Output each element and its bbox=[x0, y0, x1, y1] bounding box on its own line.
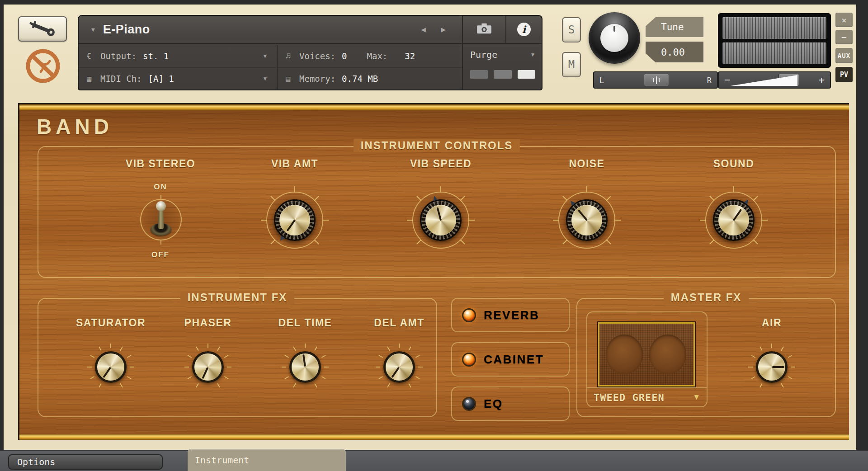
instrument-panel: BAND INSTRUMENT CONTROLS VIB STEREO ON O… bbox=[18, 103, 849, 440]
phaser-knob[interactable] bbox=[184, 344, 231, 391]
del-amt-label: DEL AMT bbox=[345, 317, 453, 329]
pan-slider[interactable]: L R bbox=[593, 71, 718, 89]
voices-icon: ♬ bbox=[286, 52, 299, 61]
output-label: Output: bbox=[100, 51, 137, 61]
del-time-control: DEL TIME bbox=[251, 317, 359, 391]
options-button[interactable]: Options bbox=[8, 454, 163, 470]
tune-knob-cap bbox=[600, 24, 628, 52]
voices-value: 0 bbox=[342, 51, 347, 61]
cabinet-type-dropdown[interactable]: TWEED GREEN ▼ bbox=[587, 387, 707, 406]
tab-instrument[interactable]: Instrument bbox=[188, 449, 346, 471]
instrument-tab-label: Instrument bbox=[195, 455, 249, 466]
volume-slider[interactable]: − + bbox=[718, 71, 831, 89]
noise-knob[interactable] bbox=[553, 186, 621, 254]
indicator-led bbox=[518, 70, 535, 79]
eq-toggle-button[interactable]: EQ bbox=[451, 386, 570, 421]
cabinet-type-value: TWEED GREEN bbox=[594, 392, 665, 403]
midi-dropdown-icon[interactable]: ▼ bbox=[264, 75, 267, 82]
tune-knob[interactable] bbox=[589, 12, 640, 64]
phaser-control: PHASER bbox=[154, 317, 262, 391]
indicator-led bbox=[470, 70, 488, 79]
cabinet-toggle-button[interactable]: CABINET bbox=[451, 342, 570, 377]
volume-minus[interactable]: − bbox=[724, 74, 730, 85]
snapshot-camera-button[interactable] bbox=[463, 23, 505, 36]
del-amt-knob[interactable] bbox=[376, 344, 423, 391]
max-voices-label: Max: bbox=[367, 51, 388, 61]
collapse-icon[interactable]: ▼ bbox=[91, 26, 95, 33]
midi-cell[interactable]: ▦ MIDI Ch: [A] 1 ▼ bbox=[79, 67, 278, 90]
vib-amt-knob[interactable] bbox=[261, 186, 329, 254]
output-cell[interactable]: € Output: st. 1 ▼ bbox=[79, 45, 278, 67]
vib-stereo-toggle[interactable]: ON OFF bbox=[127, 186, 194, 254]
pan-left-label: L bbox=[599, 76, 604, 85]
master-fx-panel: MASTER FX TWEED GREEN ▼ AIR bbox=[576, 298, 836, 417]
close-button[interactable]: × bbox=[835, 13, 853, 27]
air-label: AIR bbox=[717, 317, 826, 329]
indicator-led bbox=[494, 70, 511, 79]
reverb-toggle-button[interactable]: REVERB bbox=[451, 298, 570, 332]
del-time-knob[interactable] bbox=[282, 344, 329, 391]
aux-button[interactable]: AUX bbox=[835, 48, 853, 63]
gold-trim-bottom bbox=[19, 434, 849, 440]
pv-button[interactable]: PV bbox=[835, 67, 853, 82]
toggle-on-label: ON bbox=[127, 183, 194, 192]
instrument-fx-title: INSTRUMENT FX bbox=[180, 291, 295, 304]
instrument-title: E-Piano bbox=[103, 23, 150, 37]
bottom-bar: Options bbox=[0, 450, 868, 471]
vib-stereo-label: VIB STEREO bbox=[106, 158, 215, 170]
output-dropdown-icon[interactable]: ▼ bbox=[264, 53, 267, 59]
max-voices-value[interactable]: 32 bbox=[405, 51, 415, 61]
kontakt-logo-icon bbox=[24, 47, 62, 85]
sound-knob[interactable] bbox=[700, 186, 768, 254]
saturator-knob[interactable] bbox=[87, 344, 134, 391]
vib-speed-knob[interactable] bbox=[407, 186, 475, 254]
midi-icon: ▦ bbox=[87, 74, 100, 83]
solo-button[interactable]: S bbox=[562, 17, 581, 42]
vib-stereo-control: VIB STEREO ON OFF bbox=[106, 158, 215, 254]
camera-icon bbox=[476, 23, 492, 36]
header-info-grid: € Output: st. 1 ▼ ♬ Voices: 0 Max: 32 ▦ … bbox=[79, 45, 462, 89]
speaker-icon bbox=[649, 334, 686, 374]
prev-instrument-icon[interactable]: ◀ bbox=[421, 25, 426, 34]
next-instrument-icon[interactable]: ▶ bbox=[441, 25, 446, 34]
toggle-off-label: OFF bbox=[127, 250, 194, 259]
saturator-label: SATURATOR bbox=[57, 317, 165, 329]
memory-cell: ▤ Memory: 0.74 MB bbox=[278, 67, 462, 90]
purge-menu[interactable]: Purge ▼ bbox=[463, 44, 542, 66]
instrument-fx-panel: INSTRUMENT FX SATURATOR PHASER DEL TIME bbox=[38, 298, 437, 417]
mute-button[interactable]: M bbox=[562, 52, 581, 77]
pan-handle[interactable] bbox=[644, 74, 669, 86]
vib-amt-control: VIB AMT bbox=[241, 158, 349, 254]
tune-label-tag: Tune bbox=[646, 17, 703, 37]
cabinet-label: CABINET bbox=[484, 353, 544, 367]
output-value: st. 1 bbox=[143, 51, 169, 61]
cabinet-led bbox=[462, 353, 476, 367]
cabinet-selector-panel: TWEED GREEN ▼ bbox=[586, 311, 708, 407]
info-button[interactable]: i bbox=[505, 16, 542, 43]
activity-indicators bbox=[463, 66, 542, 79]
kontakt-instrument-window: ▼ E-Piano ◀ ▶ € Output: st. 1 ▼ ♬ Voices… bbox=[0, 0, 868, 471]
output-icon: € bbox=[87, 52, 100, 61]
tune-value-field[interactable]: 0.00 bbox=[646, 42, 703, 62]
meter-right bbox=[722, 42, 826, 64]
instrument-controls-panel: INSTRUMENT CONTROLS VIB STEREO ON OFF VI… bbox=[38, 146, 836, 278]
memory-value: 0.74 MB bbox=[342, 74, 378, 84]
phaser-label: PHASER bbox=[154, 317, 262, 329]
volume-plus[interactable]: + bbox=[819, 74, 825, 85]
minimize-button[interactable]: − bbox=[835, 30, 853, 44]
instrument-header: ▼ E-Piano ◀ ▶ € Output: st. 1 ▼ ♬ Voices… bbox=[78, 15, 542, 90]
purge-dropdown-icon[interactable]: ▼ bbox=[531, 52, 534, 58]
tune-value: 0.00 bbox=[661, 47, 685, 58]
instrument-controls-title: INSTRUMENT CONTROLS bbox=[354, 139, 520, 152]
del-amt-control: DEL AMT bbox=[345, 317, 453, 391]
meter-left bbox=[722, 17, 826, 39]
air-knob[interactable] bbox=[748, 344, 795, 391]
air-control: AIR bbox=[717, 317, 826, 391]
toggle-lever-tip bbox=[156, 201, 166, 211]
sound-control: SOUND bbox=[679, 158, 788, 254]
vib-speed-label: VIB SPEED bbox=[387, 158, 495, 170]
midi-value: [A] 1 bbox=[148, 74, 174, 84]
memory-label: Memory: bbox=[299, 74, 335, 84]
saturator-control: SATURATOR bbox=[57, 317, 165, 391]
edit-instrument-button[interactable] bbox=[18, 16, 67, 42]
